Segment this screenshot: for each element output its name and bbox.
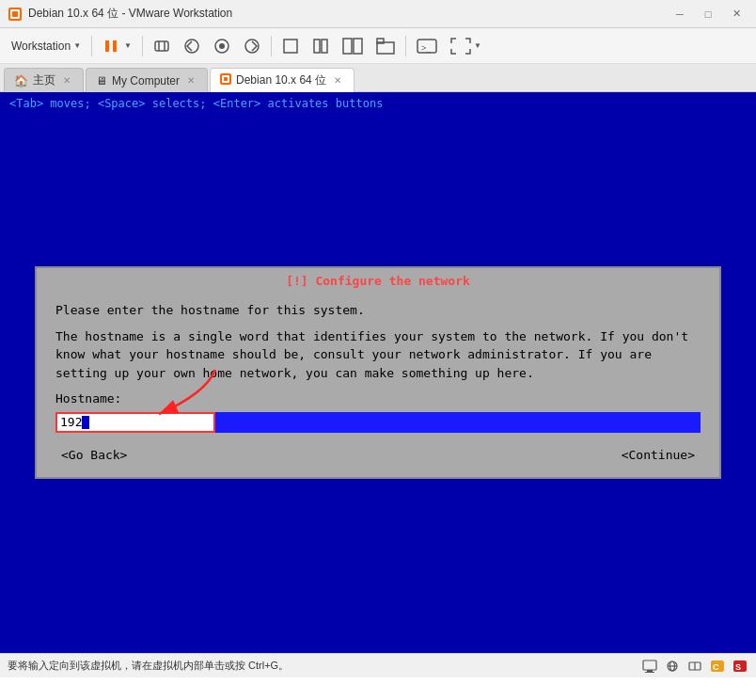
dialog-body: Please enter the hostname for this syste… xyxy=(37,292,719,442)
workstation-label: Workstation xyxy=(11,40,71,53)
dialog-line1: Please enter the hostname for this syste… xyxy=(55,301,701,320)
hostname-label: Hostname: xyxy=(55,390,701,408)
tab-debian[interactable]: Debian 10.x 64 位 ✕ xyxy=(210,68,354,92)
svg-rect-25 xyxy=(643,660,656,670)
window-controls: ─ □ ✕ xyxy=(668,5,748,24)
debian-tab-close[interactable]: ✕ xyxy=(331,74,344,88)
tab-bar: 🏠 主页 ✕ 🖥 My Computer ✕ Debian 10.x 64 位 … xyxy=(0,64,756,92)
hostname-input-fill xyxy=(215,412,701,433)
status-icons: C S xyxy=(641,658,748,675)
status-monitor-icon[interactable] xyxy=(641,658,658,675)
toolbar-separator-2 xyxy=(142,36,143,56)
tab-home[interactable]: 🏠 主页 ✕ xyxy=(4,68,84,92)
status-logo-icon: C xyxy=(709,658,726,675)
fullscreen-dropdown: ▼ xyxy=(474,41,481,50)
title-bar: Debian 10.x 64 位 - VMware Workstation ─ … xyxy=(0,0,756,28)
svg-rect-3 xyxy=(105,40,109,52)
toolbar-separator-4 xyxy=(405,36,406,56)
snapshot-forward-icon xyxy=(244,38,260,55)
svg-rect-16 xyxy=(354,39,362,54)
toolbar-separator-3 xyxy=(271,36,272,56)
view-tabs-button[interactable] xyxy=(370,34,401,58)
dialog-buttons: <Go Back> <Continue> xyxy=(37,442,719,477)
snapshot-back-icon xyxy=(183,38,200,55)
svg-point-10 xyxy=(219,43,225,49)
status-bar-text: 要将输入定向到该虚拟机，请在虚拟机内部单击或按 Ctrl+G。 xyxy=(8,659,289,673)
usb-button[interactable] xyxy=(148,34,176,58)
hostname-input-text: 192 xyxy=(60,413,82,432)
view-normal-button[interactable] xyxy=(276,34,305,58)
view-full-icon xyxy=(342,38,363,55)
svg-rect-27 xyxy=(645,672,654,673)
view-full-button[interactable] xyxy=(337,34,369,58)
network-config-dialog: [!] Configure the network Please enter t… xyxy=(35,266,721,479)
pause-button[interactable]: ▼ xyxy=(97,34,137,58)
maximize-button[interactable]: □ xyxy=(696,5,720,24)
view-split-button[interactable] xyxy=(307,34,335,58)
minimize-button[interactable]: ─ xyxy=(668,5,692,24)
svg-rect-12 xyxy=(284,40,297,53)
svg-rect-17 xyxy=(377,42,394,54)
view-tabs-icon xyxy=(376,38,395,55)
status-network-icon[interactable] xyxy=(664,658,681,675)
my-computer-tab-label: My Computer xyxy=(112,74,180,88)
status-bar-bottom: 要将输入定向到该虚拟机，请在虚拟机内部单击或按 Ctrl+G。 xyxy=(0,653,756,677)
debian-tab-label: Debian 10.x 64 位 xyxy=(236,72,326,88)
dialog-title: [!] Configure the network xyxy=(37,268,719,292)
pause-dropdown: ▼ xyxy=(124,41,132,50)
svg-text:S: S xyxy=(735,662,741,672)
fullscreen-icon xyxy=(450,38,471,55)
status-devices-icon[interactable] xyxy=(686,658,703,675)
vm-status-top-text: <Tab> moves; <Space> selects; <Enter> ac… xyxy=(9,97,383,110)
svg-rect-26 xyxy=(647,670,653,672)
continue-button[interactable]: <Continue> xyxy=(616,446,701,464)
snapshot-icon xyxy=(213,38,230,55)
home-tab-close[interactable]: ✕ xyxy=(60,74,73,88)
hostname-input-box[interactable]: 192 xyxy=(55,412,215,433)
tab-my-computer[interactable]: 🖥 My Computer ✕ xyxy=(86,68,208,92)
svg-rect-5 xyxy=(155,41,168,51)
window-title: Debian 10.x 64 位 - VMware Workstation xyxy=(28,6,668,22)
usb-icon xyxy=(153,38,170,55)
hostname-cursor xyxy=(82,416,89,429)
status-extra-icon: S xyxy=(732,658,748,675)
go-back-button[interactable]: <Go Back> xyxy=(55,446,133,464)
workstation-dropdown-arrow: ▼ xyxy=(73,41,81,50)
toolbar-separator-1 xyxy=(91,36,92,56)
view-split-icon xyxy=(312,38,329,55)
svg-rect-23 xyxy=(224,77,228,81)
hostname-input-row: 192 xyxy=(55,412,701,433)
view-normal-icon xyxy=(282,38,299,55)
console-button[interactable]: >_ xyxy=(411,34,443,58)
my-computer-tab-close[interactable]: ✕ xyxy=(184,74,197,88)
console-icon: >_ xyxy=(417,38,437,55)
snapshot-button[interactable] xyxy=(208,34,236,58)
workstation-menu[interactable]: Workstation ▼ xyxy=(6,36,87,56)
app-icon xyxy=(8,7,23,22)
snapshot-back-button[interactable] xyxy=(178,34,206,58)
vm-status-top: <Tab> moves; <Space> selects; <Enter> ac… xyxy=(0,92,756,115)
svg-rect-14 xyxy=(322,40,327,53)
svg-rect-4 xyxy=(113,40,117,52)
svg-rect-13 xyxy=(314,40,320,53)
debian-tab-icon xyxy=(220,73,231,88)
pause-icon xyxy=(102,38,121,55)
close-button[interactable]: ✕ xyxy=(724,5,748,24)
toolbar: Workstation ▼ ▼ xyxy=(0,28,756,64)
snapshot-forward-button[interactable] xyxy=(238,34,266,58)
svg-rect-15 xyxy=(343,39,352,54)
home-tab-label: 主页 xyxy=(33,72,55,88)
fullscreen-button[interactable]: ▼ xyxy=(445,34,487,58)
svg-text:C: C xyxy=(713,662,719,672)
dialog-line2: The hostname is a single word that ident… xyxy=(55,327,701,383)
my-computer-tab-icon: 🖥 xyxy=(96,74,107,88)
svg-rect-2 xyxy=(12,11,18,17)
svg-text:>_: >_ xyxy=(421,43,432,53)
vm-display[interactable]: <Tab> moves; <Space> selects; <Enter> ac… xyxy=(0,92,756,653)
home-tab-icon: 🏠 xyxy=(14,74,28,88)
svg-rect-18 xyxy=(377,39,384,43)
